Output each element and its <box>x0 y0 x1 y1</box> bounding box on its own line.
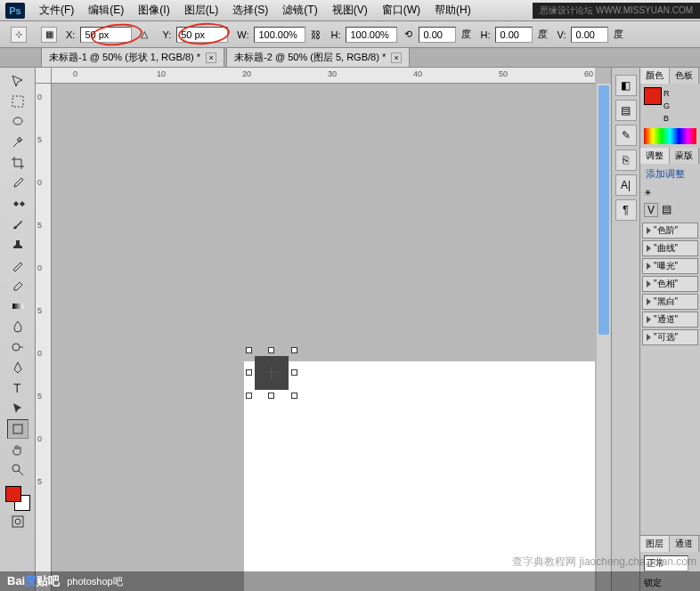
transform-icon[interactable]: ⊹ <box>11 27 27 43</box>
handle-top[interactable] <box>268 347 274 353</box>
hangle-input[interactable] <box>495 27 533 43</box>
path-select-tool[interactable] <box>7 399 28 418</box>
move-tool[interactable] <box>7 71 28 91</box>
preset-channel[interactable]: "通道" <box>642 312 698 328</box>
pen-tool[interactable] <box>7 358 28 377</box>
tab-color[interactable]: 颜色 <box>640 68 670 84</box>
eyedropper-tool[interactable] <box>7 174 28 193</box>
right-dock: ◧ ▤ ✎ ⎘ A| ¶ 颜色 色板 R G B <box>611 68 700 591</box>
marquee-tool[interactable] <box>7 92 28 111</box>
type-tool[interactable]: T <box>7 378 28 398</box>
adjustment-icons: ☀ <box>640 184 700 201</box>
svg-text:T: T <box>13 381 21 395</box>
handle-top-left[interactable] <box>246 347 252 353</box>
handle-left[interactable] <box>246 369 252 376</box>
eraser-tool[interactable] <box>7 276 28 296</box>
h-input[interactable] <box>346 27 397 43</box>
ruler-horizontal[interactable]: 0102030405060 <box>52 68 595 84</box>
toolbox: T <box>0 68 36 591</box>
document-tab-2[interactable]: 未标题-2 @ 50% (图层 5, RGB/8) * × <box>226 47 410 67</box>
tab-channels[interactable]: 通道 <box>670 536 699 552</box>
menu-help[interactable]: 帮助(H) <box>427 0 478 20</box>
menu-window[interactable]: 窗口(W) <box>375 0 427 20</box>
handle-bottom-right[interactable] <box>291 393 297 399</box>
link-icon[interactable]: ⛓ <box>309 29 322 40</box>
menu-view[interactable]: 视图(V) <box>325 0 375 20</box>
handle-bottom[interactable] <box>268 393 274 399</box>
paragraph-panel-icon[interactable]: ¶ <box>615 199 637 221</box>
vibrance-icon[interactable]: V <box>644 203 658 217</box>
stamp-tool[interactable] <box>7 235 28 255</box>
foreground-color[interactable] <box>5 486 21 502</box>
hand-tool[interactable] <box>7 440 28 459</box>
svg-rect-5 <box>13 425 22 433</box>
handle-bottom-left[interactable] <box>246 393 252 399</box>
w-input[interactable] <box>254 27 305 43</box>
add-adjustment-link[interactable]: 添加调整 <box>640 164 700 184</box>
clone-panel-icon[interactable]: ⎘ <box>615 150 637 171</box>
h-label: H: <box>330 29 340 40</box>
svg-rect-0 <box>12 96 23 107</box>
blur-tool[interactable] <box>7 317 28 336</box>
wand-tool[interactable] <box>7 133 28 152</box>
menu-edit[interactable]: 编辑(E) <box>81 0 131 20</box>
grayscale-icon[interactable]: ▤ <box>662 203 672 217</box>
color-fg-swatch[interactable] <box>644 87 662 105</box>
document-tab-1[interactable]: 未标题-1 @ 50% (形状 1, RGB/8) * × <box>41 47 224 67</box>
transform-selection[interactable] <box>249 351 294 395</box>
menu-filter[interactable]: 滤镜(T) <box>275 0 324 20</box>
canvas[interactable] <box>52 84 595 591</box>
options-bar: ⊹ ▦ X: △ Y: W: ⛓ H: ⟲ 度 H: 度 V: 度 <box>0 21 700 48</box>
heal-tool[interactable] <box>7 194 28 214</box>
menu-image[interactable]: 图像(I) <box>131 0 176 20</box>
y-input[interactable] <box>176 27 228 43</box>
panels: 颜色 色板 R G B 调整 蒙版 添加调整 ☀ <box>639 68 700 591</box>
scrollbar-vertical[interactable] <box>597 84 611 591</box>
quickmask-tool[interactable] <box>7 512 28 531</box>
character-panel-icon[interactable]: A| <box>615 174 637 196</box>
canvas-area: 0102030405060 0505050505 <box>36 68 611 591</box>
preset-bw[interactable]: "黑白" <box>642 294 698 310</box>
lasso-tool[interactable] <box>7 112 28 132</box>
menu-file[interactable]: 文件(F) <box>32 0 81 20</box>
tab-swatches[interactable]: 色板 <box>670 68 699 84</box>
transform-center-icon[interactable] <box>267 368 276 377</box>
crop-tool[interactable] <box>7 153 28 173</box>
menu-layer[interactable]: 图层(L) <box>177 0 226 20</box>
svg-point-1 <box>13 117 22 125</box>
tab-masks[interactable]: 蒙版 <box>670 148 699 164</box>
menu-select[interactable]: 选择(S) <box>225 0 275 20</box>
brush-tool[interactable] <box>7 215 28 234</box>
preset-curves[interactable]: "曲线" <box>642 240 698 256</box>
svg-point-3 <box>12 344 20 351</box>
svg-rect-7 <box>12 516 23 527</box>
tab-adjustments[interactable]: 调整 <box>640 148 670 164</box>
ruler-corner <box>36 68 52 84</box>
x-input[interactable] <box>80 27 132 43</box>
color-swatches[interactable] <box>5 486 30 511</box>
close-icon[interactable]: × <box>391 53 402 63</box>
brightness-icon[interactable]: ☀ <box>644 188 652 198</box>
scrollbar-thumb[interactable] <box>598 85 609 335</box>
handle-right[interactable] <box>291 369 297 376</box>
dodge-tool[interactable] <box>7 337 28 357</box>
history-panel-icon[interactable]: ◧ <box>615 75 637 96</box>
ruler-vertical[interactable]: 0505050505 <box>36 84 52 591</box>
vangle-input[interactable] <box>571 27 608 43</box>
reference-point-icon[interactable]: ▦ <box>41 27 57 43</box>
brush-panel-icon[interactable]: ✎ <box>615 125 637 146</box>
handle-top-right[interactable] <box>291 347 297 353</box>
preset-levels[interactable]: "色阶" <box>642 223 698 239</box>
gradient-tool[interactable] <box>7 296 28 316</box>
history-brush-tool[interactable] <box>7 255 28 275</box>
shape-tool[interactable] <box>7 419 28 439</box>
close-icon[interactable]: × <box>206 53 216 63</box>
zoom-tool[interactable] <box>7 460 28 480</box>
tab-layers[interactable]: 图层 <box>640 536 670 552</box>
actions-panel-icon[interactable]: ▤ <box>615 100 637 121</box>
preset-selective[interactable]: "可选" <box>642 329 698 345</box>
angle-input[interactable] <box>419 27 456 43</box>
spectrum-ramp[interactable] <box>644 128 696 144</box>
preset-hue[interactable]: "色相" <box>642 276 698 292</box>
preset-exposure[interactable]: "曝光" <box>642 258 698 274</box>
